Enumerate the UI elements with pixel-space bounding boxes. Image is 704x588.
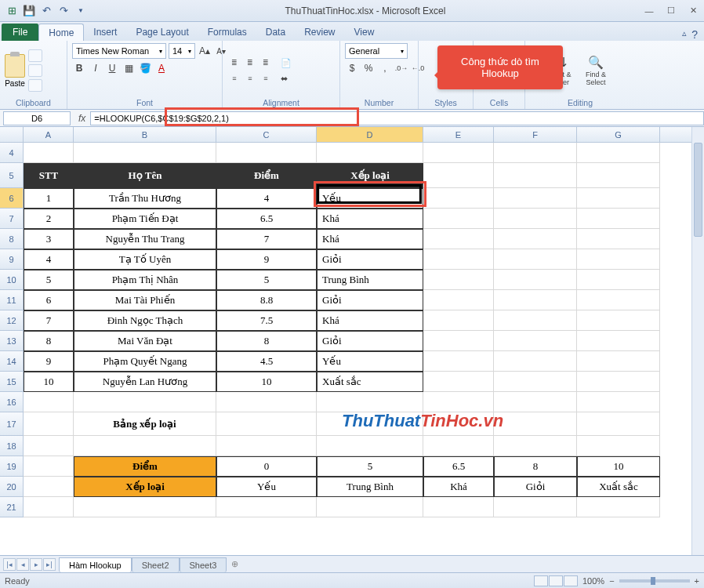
cell[interactable] — [423, 351, 494, 372]
cell[interactable] — [317, 497, 423, 517]
save-icon[interactable]: 💾 — [22, 4, 36, 18]
cell[interactable] — [24, 143, 74, 163]
cell[interactable] — [577, 143, 660, 163]
align-middle[interactable]: ≣ — [243, 56, 257, 70]
cell[interactable]: 6.5 — [423, 456, 494, 477]
cell[interactable] — [494, 249, 577, 270]
cell[interactable]: Bảng xếp loại — [74, 412, 216, 436]
underline-button[interactable]: U — [105, 61, 119, 75]
cell[interactable] — [494, 143, 577, 163]
cell[interactable]: Trung Bình — [317, 270, 423, 290]
cell[interactable]: 6.5 — [216, 209, 317, 229]
fx-icon[interactable]: fx — [74, 113, 90, 124]
sheet-nav-next[interactable]: ▸ — [30, 558, 42, 571]
cell[interactable]: 10 — [24, 372, 74, 392]
select-all-corner[interactable] — [0, 127, 24, 142]
cell[interactable]: Xếp loại — [74, 477, 216, 497]
qat-dropdown-icon[interactable]: ▼ — [74, 4, 88, 18]
sheet-tab-3[interactable]: Sheet3 — [180, 557, 227, 572]
row-header[interactable]: 4 — [0, 143, 24, 163]
cell[interactable] — [423, 229, 494, 249]
cell[interactable]: 3 — [24, 229, 74, 249]
cell[interactable]: Phạm Thị Nhân — [74, 270, 216, 290]
cell[interactable] — [494, 163, 577, 188]
cell[interactable]: Xuất sắc — [317, 372, 423, 392]
find-select-button[interactable]: 🔍 Find & Select — [580, 55, 611, 87]
copy-button[interactable] — [28, 64, 42, 77]
cell[interactable] — [216, 143, 317, 163]
cell[interactable]: Họ Tên — [74, 163, 216, 188]
view-page-layout-button[interactable] — [549, 575, 563, 586]
col-header-e[interactable]: E — [423, 127, 494, 142]
row-header[interactable]: 13 — [0, 331, 24, 351]
cell[interactable] — [577, 188, 660, 209]
cut-button[interactable] — [28, 49, 42, 62]
col-header-c[interactable]: C — [216, 127, 317, 142]
row-header[interactable]: 18 — [0, 436, 24, 456]
zoom-level[interactable]: 100% — [582, 576, 604, 586]
cell[interactable]: Yếu — [317, 351, 423, 372]
cell[interactable] — [423, 270, 494, 290]
zoom-out-button[interactable]: − — [609, 576, 614, 586]
row-header[interactable]: 11 — [0, 290, 24, 310]
cell[interactable] — [24, 412, 74, 436]
cell[interactable] — [577, 209, 660, 229]
paste-button[interactable]: Paste — [5, 54, 25, 88]
cell[interactable] — [494, 229, 577, 249]
col-header-b[interactable]: B — [74, 127, 216, 142]
cell[interactable] — [494, 436, 577, 456]
row-header[interactable]: 9 — [0, 249, 24, 270]
cell[interactable] — [74, 497, 216, 517]
cell[interactable]: Mai Tài Phiến — [74, 290, 216, 310]
cell[interactable]: 4.5 — [216, 351, 317, 372]
row-header[interactable]: 12 — [0, 310, 24, 331]
fill-color-button[interactable]: 🪣 — [138, 61, 152, 75]
cell[interactable]: Mai Văn Đạt — [74, 331, 216, 351]
bold-button[interactable]: B — [72, 61, 86, 75]
cell[interactable] — [494, 351, 577, 372]
tab-view[interactable]: View — [345, 24, 384, 41]
minimize-button[interactable]: — — [638, 3, 660, 19]
row-header[interactable]: 21 — [0, 497, 24, 517]
cell[interactable] — [24, 392, 74, 412]
align-center[interactable]: ≡ — [243, 71, 257, 85]
cell[interactable] — [423, 372, 494, 392]
formula-input[interactable]: =HLOOKUP(C6,$C$19:$G$20,2,1) — [90, 111, 704, 125]
cell[interactable]: 7.5 — [216, 310, 317, 331]
cell[interactable]: Giỏi — [317, 249, 423, 270]
cell[interactable] — [423, 331, 494, 351]
cell[interactable] — [24, 497, 74, 517]
cell[interactable] — [577, 270, 660, 290]
cell[interactable]: 7 — [24, 310, 74, 331]
cell[interactable]: Phạm Quyết Ngang — [74, 351, 216, 372]
cell[interactable] — [216, 412, 317, 436]
redo-icon[interactable]: ↷ — [56, 4, 71, 18]
cell[interactable]: Giỏi — [494, 477, 577, 497]
currency-button[interactable]: $ — [345, 61, 359, 75]
cell[interactable] — [494, 497, 577, 517]
cell[interactable] — [317, 436, 423, 456]
view-normal-button[interactable] — [534, 575, 548, 586]
cell[interactable]: 8 — [24, 331, 74, 351]
cell[interactable] — [577, 497, 660, 517]
sheet-nav-prev[interactable]: ◂ — [16, 558, 29, 571]
cell[interactable] — [577, 290, 660, 310]
number-format-select[interactable]: General▾ — [345, 43, 408, 59]
sheet-nav-first[interactable]: |◂ — [3, 558, 16, 571]
cell[interactable] — [494, 372, 577, 392]
cell[interactable] — [216, 497, 317, 517]
cell[interactable] — [494, 412, 577, 436]
cell[interactable]: Phạm Tiến Đạt — [74, 209, 216, 229]
cell[interactable]: 2 — [24, 209, 74, 229]
font-color-button[interactable]: A — [154, 61, 169, 75]
cell[interactable] — [423, 290, 494, 310]
cell[interactable]: 0 — [216, 456, 317, 477]
cell[interactable]: Tạ Tố Uyên — [74, 249, 216, 270]
cell[interactable]: Giỏi — [317, 331, 423, 351]
sheet-nav-last[interactable]: ▸| — [43, 558, 56, 571]
row-header[interactable]: 20 — [0, 477, 24, 497]
row-header[interactable]: 19 — [0, 456, 24, 477]
align-top[interactable]: ≣ — [227, 56, 241, 70]
cell[interactable] — [423, 143, 494, 163]
cell[interactable]: Trần Thu Hương — [74, 188, 216, 209]
